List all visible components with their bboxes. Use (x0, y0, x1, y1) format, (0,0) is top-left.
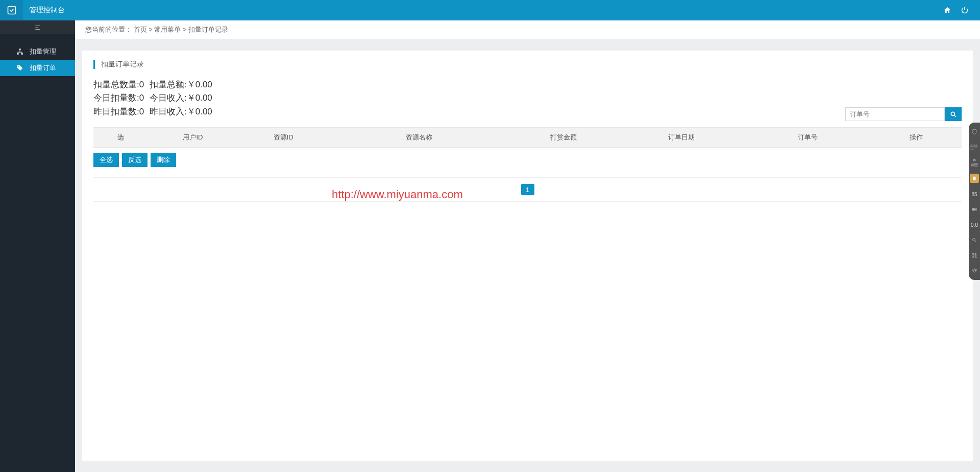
tag-icon (16, 64, 23, 72)
sitemap-icon (16, 48, 23, 55)
today-income-label: 今日收入: (150, 93, 187, 103)
sidebar: 扣量管理 扣量订单 (0, 20, 75, 472)
top-header: 管理控制台 (0, 0, 980, 20)
sidebar-item-deduction-order[interactable]: 扣量订单 (0, 60, 75, 76)
today-income-value: ￥0.00 (187, 93, 212, 103)
col-orderno: 订单号 (745, 128, 871, 148)
svg-rect-1 (19, 49, 21, 50)
select-all-button[interactable]: 全选 (93, 153, 119, 167)
delete-button[interactable]: 删除 (151, 153, 176, 167)
breadcrumb-current: 扣量订单记录 (188, 26, 228, 33)
sidebar-item-deduction-manage[interactable]: 扣量管理 (0, 43, 75, 60)
invert-select-button[interactable]: 反选 (122, 153, 148, 167)
breadcrumb-sep: > (183, 26, 188, 33)
pagination: 1 (93, 177, 962, 202)
total-amount-label: 扣量总额: (150, 80, 187, 89)
widget-camera-icon[interactable]: 截图 (970, 158, 978, 167)
today-count-label: 今日扣量数: (93, 93, 139, 103)
total-amount-value: ￥0.00 (187, 80, 212, 89)
sidebar-item-label: 扣量管理 (30, 47, 56, 56)
breadcrumb-mid[interactable]: 常用菜单 (154, 26, 181, 33)
svg-rect-2 (17, 53, 19, 55)
breadcrumb-prefix: 您当前的位置： (85, 26, 132, 33)
col-date: 订单日期 (618, 128, 745, 148)
home-icon[interactable] (943, 6, 951, 14)
col-action: 操作 (871, 128, 962, 148)
yest-count-value: 0 (139, 107, 144, 116)
widget-badge-icon[interactable] (970, 174, 979, 183)
widget-num-00: 0.0 (970, 221, 978, 229)
total-count-value: 0 (139, 80, 144, 89)
svg-rect-9 (972, 208, 976, 211)
svg-rect-8 (973, 177, 976, 180)
search-input[interactable] (845, 107, 945, 121)
widget-refresh-icon[interactable] (970, 267, 978, 275)
sidebar-item-label: 扣量订单 (30, 63, 56, 73)
breadcrumb-sep: > (149, 26, 154, 33)
collapse-toggle[interactable] (0, 20, 75, 34)
col-amount: 打赏金额 (509, 128, 618, 148)
page-1[interactable]: 1 (521, 184, 534, 195)
widget-num-01: 01 (970, 251, 978, 259)
search-button[interactable] (945, 107, 962, 121)
widget-headset-icon[interactable]: 科助手 (970, 143, 978, 151)
total-count-label: 扣量总数量: (93, 80, 139, 89)
svg-point-7 (974, 160, 975, 161)
svg-point-10 (973, 239, 975, 241)
widget-search-icon[interactable] (970, 236, 978, 244)
power-icon[interactable] (961, 6, 969, 14)
widget-num-85: 85 (970, 190, 978, 198)
col-userid: 用户ID (148, 128, 238, 148)
breadcrumb-home[interactable]: 首页 (134, 26, 147, 33)
col-resname: 资源名称 (329, 128, 509, 148)
svg-rect-0 (8, 7, 15, 14)
yest-income-label: 昨日收入: (150, 107, 187, 116)
widget-shield-icon[interactable] (970, 128, 978, 136)
panel-title: 扣量订单记录 (93, 60, 962, 69)
yest-count-label: 昨日扣量数: (93, 107, 139, 116)
col-select: 选 (93, 128, 148, 148)
svg-rect-3 (21, 53, 23, 55)
yest-income-value: ￥0.00 (187, 107, 212, 116)
today-count-value: 0 (139, 93, 144, 103)
order-table: 选 用户ID 资源ID 资源名称 打赏金额 订单日期 订单号 操作 (93, 127, 962, 148)
logo-icon (0, 0, 23, 20)
col-resid: 资源ID (238, 128, 328, 148)
widget-video-icon[interactable] (970, 205, 978, 214)
side-widget: 科助手 截图 85 0.0 01 (969, 123, 980, 280)
breadcrumb: 您当前的位置： 首页 > 常用菜单 > 扣量订单记录 (75, 20, 980, 39)
svg-point-5 (951, 112, 954, 115)
svg-point-4 (18, 66, 19, 67)
app-title: 管理控制台 (29, 6, 65, 15)
